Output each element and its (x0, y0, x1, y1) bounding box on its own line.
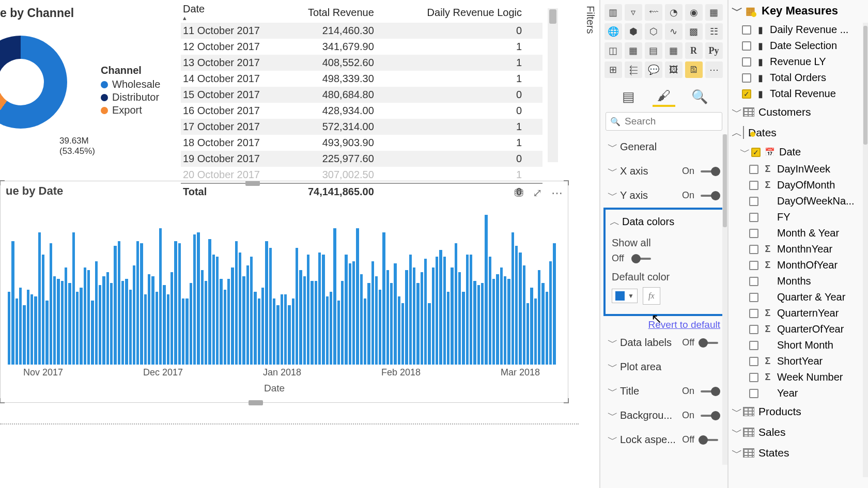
bar[interactable] (496, 274, 499, 365)
section-background[interactable]: ﹀Backgrou... On (600, 403, 727, 428)
bar[interactable] (364, 298, 366, 365)
table-row[interactable]: 19 October 2017225,977.600 (181, 151, 542, 167)
field-checkbox[interactable] (742, 57, 751, 67)
field-item[interactable]: DayInWeek (736, 161, 868, 177)
field-item[interactable]: Total Revenue (729, 86, 868, 102)
field-item[interactable]: Date Selection (729, 38, 868, 54)
bar[interactable] (443, 257, 446, 365)
bar[interactable] (208, 239, 211, 365)
table-key-measures[interactable]: ﹀ ▦ Key Measures (729, 0, 868, 22)
bar[interactable] (284, 294, 287, 365)
bar[interactable] (193, 234, 196, 365)
bar[interactable] (401, 303, 404, 365)
bar[interactable] (405, 270, 408, 365)
section-x-axis[interactable]: ﹀X axis On (600, 159, 727, 183)
bar[interactable] (546, 292, 548, 365)
viz-type-tile[interactable]: Py (705, 42, 723, 59)
bar[interactable] (250, 257, 253, 365)
bar[interactable] (451, 267, 453, 365)
data-colors-label[interactable]: Data colors (622, 216, 674, 228)
field-item[interactable]: Quarter & Year (736, 289, 868, 305)
bar[interactable] (216, 257, 219, 365)
bar[interactable] (258, 298, 260, 365)
bar-plot[interactable] (8, 210, 555, 365)
table-sales[interactable]: ﹀Sales (729, 422, 868, 443)
field-checkbox[interactable] (749, 229, 758, 238)
field-item[interactable]: ShortYear (736, 353, 868, 369)
viz-type-tile[interactable]: ▦ (665, 42, 683, 59)
table-row[interactable]: 11 October 2017214,460.300 (181, 23, 542, 39)
bar[interactable] (477, 285, 480, 365)
bar[interactable] (50, 243, 52, 365)
toggle-show-all[interactable] (631, 254, 653, 263)
bar[interactable] (416, 283, 419, 365)
toggle-lock-aspect[interactable] (699, 435, 720, 445)
bar[interactable] (76, 292, 79, 365)
field-checkbox[interactable] (742, 89, 751, 99)
bar[interactable] (185, 298, 188, 365)
bar[interactable] (273, 298, 275, 365)
bar[interactable] (197, 232, 199, 365)
section-general[interactable]: ﹀General (600, 135, 727, 159)
viz-type-tile[interactable]: ◉ (685, 4, 703, 21)
bar[interactable] (390, 283, 393, 365)
bar[interactable] (549, 261, 552, 365)
donut-chart-card[interactable]: e by Channel Channel WholesaleDistributo… (0, 0, 181, 181)
table-row[interactable]: 13 October 2017408,552.601 (181, 55, 542, 71)
bar[interactable] (84, 267, 86, 365)
bar[interactable] (102, 276, 105, 365)
bar[interactable] (99, 285, 101, 365)
bar[interactable] (352, 261, 355, 365)
viz-type-tile[interactable]: ⬡ (645, 23, 662, 40)
filter-icon[interactable]: ⛃ (514, 186, 523, 200)
bar[interactable] (167, 294, 169, 365)
viz-type-tile[interactable]: 🌐 (605, 23, 622, 40)
revenue-table[interactable]: Date Total Revenue Daily Revenue Logic 1… (181, 0, 542, 200)
bar[interactable] (163, 285, 165, 365)
analytics-tab-icon[interactable]: 🔍 (688, 86, 711, 107)
field-checkbox[interactable] (749, 341, 758, 350)
bar[interactable] (125, 279, 128, 365)
legend-item[interactable]: Export (101, 104, 160, 116)
bar[interactable] (53, 276, 56, 365)
bar[interactable] (148, 274, 150, 365)
filters-pane-tab[interactable]: Filters (581, 0, 596, 36)
bar[interactable] (504, 276, 506, 365)
bar[interactable] (371, 261, 374, 365)
bar[interactable] (269, 248, 272, 365)
section-title[interactable]: ﹀Title On (600, 379, 727, 403)
format-search[interactable]: 🔍 (606, 112, 722, 131)
bar[interactable] (190, 283, 192, 365)
col-total-revenue[interactable]: Total Revenue (283, 0, 395, 23)
bar[interactable] (424, 259, 427, 365)
bar[interactable] (500, 267, 503, 365)
bar[interactable] (436, 257, 438, 365)
field-checkbox[interactable] (749, 197, 758, 206)
bar[interactable] (315, 281, 317, 365)
viz-type-tile[interactable]: ▿ (625, 4, 642, 21)
field-checkbox[interactable] (751, 148, 761, 157)
section-y-axis[interactable]: ﹀Y axis On (600, 183, 727, 208)
bar[interactable] (507, 279, 510, 365)
format-tab-icon[interactable]: 🖌 (653, 86, 675, 107)
bar[interactable] (382, 232, 385, 365)
bar[interactable] (151, 276, 154, 365)
bar[interactable] (375, 276, 378, 365)
bar[interactable] (409, 255, 412, 365)
bar[interactable] (140, 243, 143, 365)
table-row[interactable]: 12 October 2017341,679.901 (181, 39, 542, 55)
bar[interactable] (303, 276, 306, 365)
bar[interactable] (235, 241, 238, 365)
bar[interactable] (246, 265, 249, 365)
field-item[interactable]: DayOfMonth (736, 177, 868, 193)
field-item[interactable]: QuarterOfYear (736, 321, 868, 337)
bar[interactable] (345, 255, 347, 365)
field-checkbox[interactable] (749, 293, 758, 302)
viz-type-tile[interactable]: ⊞ (605, 61, 622, 78)
field-checkbox[interactable] (749, 165, 758, 174)
field-item[interactable]: Months (736, 273, 868, 289)
bar[interactable] (8, 292, 10, 365)
viz-type-tile[interactable]: 🖼 (665, 61, 683, 78)
table-row[interactable]: 17 October 2017572,314.001 (181, 119, 542, 135)
bar[interactable] (526, 303, 529, 365)
